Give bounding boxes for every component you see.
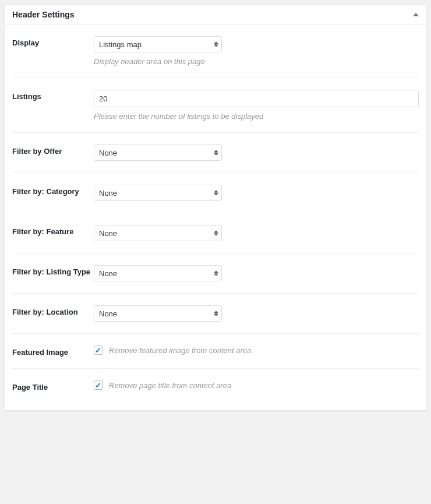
field-listings: Listings Please enter the number of list… bbox=[12, 78, 419, 133]
header-settings-panel: Header Settings Display Listings map Dis… bbox=[5, 5, 426, 411]
field-display: Display Listings map Display header area… bbox=[12, 24, 419, 78]
featured-image-checkbox-label: Remove featured image from content area bbox=[109, 346, 251, 355]
filter-offer-select-wrap: None bbox=[94, 144, 222, 161]
listings-input[interactable] bbox=[94, 90, 419, 107]
panel-body: Display Listings map Display header area… bbox=[5, 24, 426, 410]
display-label: Display bbox=[12, 36, 94, 47]
collapse-toggle-icon bbox=[413, 13, 419, 16]
display-select[interactable]: Listings map bbox=[94, 36, 222, 52]
page-title-checkbox[interactable] bbox=[94, 380, 103, 390]
field-featured-image: Featured Image Remove featured image fro… bbox=[12, 334, 419, 369]
page-title-checkbox-row: Remove page title from content area bbox=[94, 380, 419, 390]
display-select-wrap: Listings map bbox=[94, 36, 222, 52]
filter-listing-type-select-wrap: None bbox=[94, 265, 222, 281]
filter-listing-type-label: Filter by: Listing Type bbox=[12, 265, 94, 276]
listings-help: Please enter the number of listings to b… bbox=[94, 112, 419, 121]
filter-feature-select-wrap: None bbox=[94, 225, 222, 241]
filter-offer-label: Filter by Offer bbox=[12, 144, 94, 156]
filter-location-label: Filter by: Location bbox=[12, 305, 94, 316]
display-help: Display header area on this page bbox=[94, 57, 419, 66]
featured-image-checkbox[interactable] bbox=[94, 346, 103, 355]
panel-header[interactable]: Header Settings bbox=[5, 5, 426, 24]
page-title-checkbox-label: Remove page title from content area bbox=[109, 381, 231, 390]
field-filter-listing-type: Filter by: Listing Type None bbox=[12, 253, 419, 294]
featured-image-label: Featured Image bbox=[12, 346, 94, 357]
field-filter-category: Filter by: Category None bbox=[12, 173, 419, 213]
page-title-label: Page Title bbox=[12, 380, 94, 392]
filter-feature-select[interactable]: None bbox=[94, 225, 222, 241]
filter-category-label: Filter by: Category bbox=[12, 185, 94, 196]
filter-category-select-wrap: None bbox=[94, 185, 222, 201]
filter-offer-select[interactable]: None bbox=[94, 144, 222, 161]
field-filter-location: Filter by: Location None bbox=[12, 294, 419, 334]
field-filter-offer: Filter by Offer None bbox=[12, 133, 419, 173]
featured-image-checkbox-row: Remove featured image from content area bbox=[94, 346, 419, 355]
filter-location-select-wrap: None bbox=[94, 305, 222, 322]
panel-title: Header Settings bbox=[12, 10, 75, 19]
filter-listing-type-select[interactable]: None bbox=[94, 265, 222, 281]
listings-label: Listings bbox=[12, 90, 94, 101]
field-page-title: Page Title Remove page title from conten… bbox=[12, 369, 419, 403]
field-filter-feature: Filter by: Feature None bbox=[12, 213, 419, 253]
filter-feature-label: Filter by: Feature bbox=[12, 225, 94, 236]
filter-category-select[interactable]: None bbox=[94, 185, 222, 201]
filter-location-select[interactable]: None bbox=[94, 305, 222, 322]
